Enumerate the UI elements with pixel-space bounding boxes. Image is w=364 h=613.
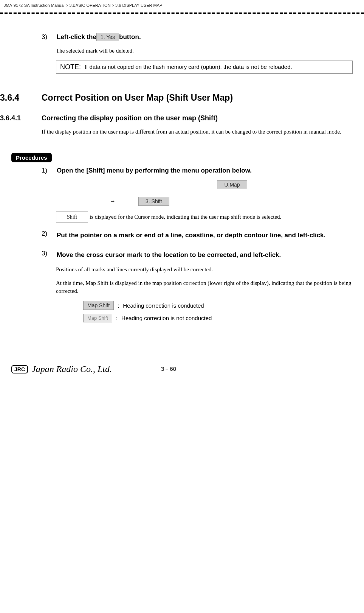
section-heading: 3.6.4 Correct Position on User Map (Shif… bbox=[0, 93, 353, 103]
legend-active: Map Shift : Heading correction is conduc… bbox=[83, 301, 353, 310]
note-text: If data is not copied on the flash memor… bbox=[85, 63, 292, 71]
step-text-prefix: Left-click the bbox=[57, 33, 96, 41]
arrow-icon: → bbox=[110, 198, 116, 205]
section-title: Correct Position on User Map (Shift User… bbox=[42, 93, 233, 103]
legend-inactive-text: Heading correction is not conducted bbox=[121, 315, 212, 321]
colon: : bbox=[118, 302, 119, 309]
note-label: NOTE: bbox=[60, 63, 81, 71]
step-1: 1) Open the [Shift] menu by performing t… bbox=[42, 167, 353, 174]
jrc-logo: JRC bbox=[11, 365, 28, 373]
legend-active-text: Heading correction is conducted bbox=[123, 302, 204, 309]
arrow-row: → 3. Shift bbox=[110, 197, 353, 206]
umap-button: U.Map bbox=[217, 180, 247, 189]
shift-menu-button: 3. Shift bbox=[138, 197, 169, 206]
breadcrumb: JMA-9172-SA Instruction Manual > 3.BASIC… bbox=[0, 0, 364, 11]
page-number: 3－60 bbox=[161, 366, 176, 373]
shift-button: Shift bbox=[56, 212, 88, 222]
step-3a: 3) Left-click the 1. Yes button. bbox=[42, 33, 353, 41]
umap-button-row: U.Map bbox=[112, 180, 353, 189]
section-num: 3.6.4 bbox=[0, 93, 42, 103]
step-text: Open the [Shift] menu by performing the … bbox=[57, 167, 252, 174]
step3-body2: At this time, Map Shift is displayed in … bbox=[56, 279, 353, 295]
subsection-num: 3.6.4.1 bbox=[0, 114, 42, 122]
dashed-divider bbox=[0, 12, 364, 14]
step-num: 3) bbox=[42, 250, 51, 257]
subsection-title: Correcting the display position on the u… bbox=[42, 114, 218, 122]
step-text: Move the cross cursor mark to the locati… bbox=[57, 250, 281, 260]
subsection-body: If the display position on the user map … bbox=[42, 128, 353, 136]
step-text: Put the pointer on a mark or end of a li… bbox=[57, 230, 325, 240]
company-name: Japan Radio Co., Ltd. bbox=[32, 364, 112, 374]
step-3: 3) Move the cross cursor mark to the loc… bbox=[42, 250, 353, 260]
subsection-heading: 3.6.4.1 Correcting the display position … bbox=[0, 114, 353, 122]
yes-button: 1. Yes bbox=[96, 33, 119, 41]
step-num: 2) bbox=[42, 230, 51, 238]
colon: : bbox=[116, 315, 118, 321]
shift-desc: Shift is displayed for the Cursor mode, … bbox=[56, 212, 353, 222]
mapshift-inactive-button: Map Shift bbox=[83, 314, 112, 322]
step-2: 2) Put the pointer on a mark or end of a… bbox=[42, 230, 353, 240]
step-num: 1) bbox=[42, 167, 51, 174]
main-content: 3) Left-click the 1. Yes button. The sel… bbox=[0, 33, 364, 322]
procedures-badge: Procedures bbox=[11, 153, 52, 162]
step3-body1: Positions of all marks and lines current… bbox=[56, 266, 353, 274]
selected-mark-text: The selected mark will be deleted. bbox=[56, 47, 353, 55]
shift-text: is displayed for the Cursor mode, indica… bbox=[90, 214, 281, 220]
footer: JRC Japan Radio Co., Ltd. 3－60 bbox=[0, 360, 364, 378]
mapshift-active-button: Map Shift bbox=[83, 301, 114, 310]
note-box: NOTE: If data is not copied on the flash… bbox=[56, 61, 353, 74]
legend-inactive: Map Shift : Heading correction is not co… bbox=[83, 314, 353, 322]
step-num: 3) bbox=[42, 33, 51, 41]
step-text-suffix: button. bbox=[119, 33, 141, 41]
